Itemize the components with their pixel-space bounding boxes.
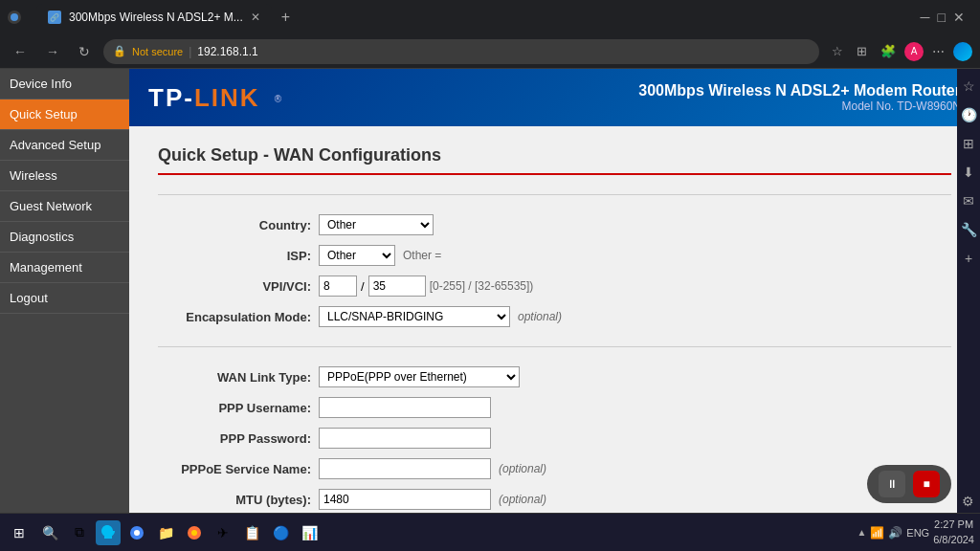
sidebar-downloads-icon[interactable]: ⬇	[959, 163, 978, 182]
taskbar-misc2[interactable]: 🔵	[268, 520, 293, 545]
tab-title: 300Mbps Wireless N ADSL2+ M...	[69, 11, 243, 24]
tray-lang[interactable]: ENG	[906, 527, 929, 539]
country-select[interactable]: Other	[319, 214, 434, 235]
minimize-button[interactable]: ─	[921, 10, 930, 25]
vpi-vci-group: / [0-255] / [32-65535])	[319, 276, 533, 297]
svg-point-2	[134, 530, 140, 536]
taskbar-clock[interactable]: 2:27 PM 6/8/2024	[933, 518, 974, 547]
sidebar-tools-icon[interactable]: 🔧	[959, 220, 978, 239]
svg-point-0	[11, 13, 18, 21]
sidebar-plus-icon[interactable]: +	[959, 249, 978, 268]
vci-input[interactable]	[368, 276, 426, 297]
country-label: Country:	[158, 218, 311, 232]
encap-row: Encapsulation Mode: LLC/SNAP-BRIDGING op…	[158, 306, 951, 327]
taskbar-misc1[interactable]: 📋	[239, 520, 264, 545]
browser-sidebar: ☆ 🕐 ⊞ ⬇ ✉ 🔧 +	[957, 69, 980, 551]
taskbar-time-display: 2:27 PM	[933, 518, 974, 532]
window-controls	[8, 11, 21, 24]
encap-select[interactable]: LLC/SNAP-BRIDGING	[319, 306, 510, 327]
back-button[interactable]: ←	[8, 40, 33, 63]
new-tab-button[interactable]: +	[276, 9, 296, 26]
wan-link-label: WAN Link Type:	[158, 370, 311, 385]
ppp-password-label: PPP Password:	[158, 431, 311, 446]
sidebar-item-quick-setup[interactable]: Quick Setup	[0, 99, 129, 130]
star-icon[interactable]: ☆	[827, 41, 848, 61]
sidebar-item-advanced-setup[interactable]: Advanced Setup	[0, 130, 129, 161]
encap-optional: optional)	[518, 310, 562, 323]
sidebar-item-device-info[interactable]: Device Info	[0, 69, 129, 99]
ppp-password-input[interactable]	[319, 428, 491, 449]
security-label: Not secure	[132, 46, 183, 57]
pppoe-service-row: PPPoE Service Name: (optional)	[158, 458, 951, 479]
sidebar-history-icon[interactable]: 🕐	[959, 105, 978, 124]
extension-icon[interactable]: 🧩	[876, 41, 901, 61]
tray-volume-icon[interactable]: 🔊	[888, 526, 902, 540]
edge-icon	[953, 42, 972, 61]
start-button[interactable]: ⊞	[6, 519, 33, 546]
tab-close-button[interactable]: ✕	[251, 11, 260, 24]
wan-link-select[interactable]: PPPoE(PPP over Ethernet)	[319, 366, 520, 387]
taskbar-misc3[interactable]: 📊	[297, 520, 322, 545]
nav-icons: ☆ ⊞ 🧩 A ⋯	[827, 41, 972, 61]
address-separator: |	[189, 45, 191, 58]
pppoe-service-input[interactable]	[319, 458, 491, 479]
ppp-username-row: PPP Username:	[158, 397, 951, 418]
security-icon: 🔒	[113, 45, 126, 57]
isp-select[interactable]: Other	[319, 245, 395, 266]
ppp-password-row: PPP Password:	[158, 428, 951, 449]
mtu-input[interactable]	[319, 489, 491, 510]
isp-row: ISP: Other Other =	[158, 245, 951, 266]
sidebar-item-diagnostics[interactable]: Diagnostics	[0, 222, 129, 253]
system-tray: ▲ 📶 🔊 ENG 2:27 PM 6/8/2024	[857, 518, 974, 547]
tplink-header: TP-LINK ® 300Mbps Wireless N ADSL2+ Mode…	[129, 69, 980, 126]
encap-label: Encapsulation Mode:	[158, 310, 311, 324]
recording-settings-icon[interactable]: ⚙	[962, 494, 974, 509]
router-model: 300Mbps Wireless N ADSL2+ Modem Router	[638, 82, 961, 99]
wan-config-section: Country: Other ISP: Other Other = VPI/VC…	[158, 214, 951, 327]
router-info: 300Mbps Wireless N ADSL2+ Modem Router M…	[638, 82, 961, 113]
sidebar-mail-icon[interactable]: ✉	[959, 191, 978, 210]
taskbar-chrome[interactable]	[124, 520, 149, 545]
taskbar: ⊞ 🔍 ⧉ 📁 ✈ 📋 🔵 📊 ▲ 📶 🔊 ENG 2:27 PM 6/8/20…	[0, 513, 980, 551]
sidebar-favorites-icon[interactable]: ☆	[959, 77, 978, 96]
taskbar-task-view[interactable]: ⧉	[67, 520, 92, 545]
mtu-row: MTU (bytes): (optional)	[158, 489, 951, 510]
taskbar-firefox[interactable]	[182, 520, 207, 545]
sidebar-item-guest-network[interactable]: Guest Network	[0, 191, 129, 222]
address-bar[interactable]: 🔒 Not secure | 192.168.1.1	[103, 39, 819, 64]
sidebar-item-management[interactable]: Management	[0, 253, 129, 283]
browser-icon	[8, 11, 21, 24]
router-model-no: Model No. TD-W8960N	[638, 99, 961, 113]
refresh-button[interactable]: ↻	[73, 40, 96, 63]
tab-favicon: 🔗	[48, 11, 61, 24]
search-button[interactable]: 🔍	[36, 519, 63, 546]
settings-icon[interactable]: ⋯	[927, 41, 949, 61]
sidebar-collections-icon[interactable]: ⊞	[959, 134, 978, 153]
sidebar-item-wireless[interactable]: Wireless	[0, 161, 129, 191]
active-tab[interactable]: 🔗 300Mbps Wireless N ADSL2+ M... ✕	[36, 4, 272, 31]
maximize-button[interactable]: □	[938, 10, 946, 25]
ppp-username-label: PPP Username:	[158, 401, 311, 415]
isp-hint: Other =	[403, 249, 441, 262]
taskbar-telegram[interactable]: ✈	[211, 520, 235, 545]
forward-button[interactable]: →	[40, 40, 65, 63]
profile-button[interactable]: A	[904, 42, 924, 61]
page-title: Quick Setup - WAN Configurations	[158, 145, 951, 175]
recording-controls: ⏸ ■	[867, 465, 951, 503]
tplink-logo: TP-LINK ®	[148, 83, 283, 113]
stop-recording-button[interactable]: ■	[913, 471, 940, 497]
close-button[interactable]: ✕	[953, 10, 965, 25]
pppoe-optional: (optional)	[499, 462, 546, 475]
ppp-username-input[interactable]	[319, 397, 491, 418]
pause-recording-button[interactable]: ⏸	[879, 471, 905, 497]
collections-icon[interactable]: ⊞	[852, 41, 872, 61]
sidebar-item-logout[interactable]: Logout	[0, 283, 129, 314]
tray-arrow[interactable]: ▲	[857, 527, 866, 538]
tray-network-icon[interactable]: 📶	[870, 526, 884, 540]
page-content: Quick Setup - WAN Configurations Country…	[129, 126, 980, 551]
vpivci-separator: /	[361, 279, 365, 294]
taskbar-explorer[interactable]: 📁	[153, 520, 178, 545]
taskbar-edge[interactable]	[96, 520, 121, 545]
vpi-input[interactable]	[319, 276, 357, 297]
isp-label: ISP:	[158, 249, 311, 263]
